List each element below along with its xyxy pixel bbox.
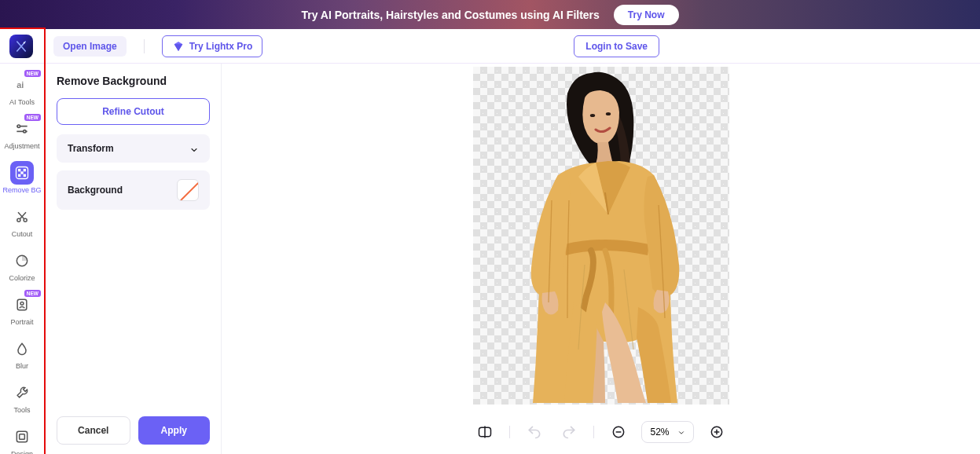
subject-figure xyxy=(473,67,729,405)
logo-x-icon xyxy=(14,39,28,53)
sidebar-item-design[interactable]: Design xyxy=(0,420,44,454)
background-label: Background xyxy=(68,185,123,196)
svg-rect-12 xyxy=(18,174,20,177)
promo-text: Try AI Portraits, Hairstyles and Costume… xyxy=(301,9,599,21)
svg-point-14 xyxy=(17,218,20,222)
chevron-down-icon xyxy=(677,428,685,436)
sidebar-item-label: Colorize xyxy=(9,274,35,282)
undo-button[interactable] xyxy=(523,420,546,444)
divider xyxy=(593,426,594,438)
svg-rect-19 xyxy=(17,431,27,441)
sidebar-item-colorize[interactable]: Colorize xyxy=(0,244,44,288)
svg-rect-11 xyxy=(20,171,23,174)
new-badge: NEW xyxy=(24,114,41,121)
scissors-icon xyxy=(10,205,34,229)
try-pro-button[interactable]: Try Lightx Pro xyxy=(162,35,263,57)
pro-gem-icon xyxy=(172,40,185,53)
zoom-out-icon xyxy=(611,424,626,440)
divider xyxy=(144,39,145,53)
sidebar-item-portrait[interactable]: NEW Portrait xyxy=(0,288,44,332)
redo-icon xyxy=(561,424,577,440)
zoom-in-button[interactable] xyxy=(705,420,729,444)
canvas-bottom-bar: 52% xyxy=(222,410,980,454)
svg-rect-9 xyxy=(18,169,20,171)
redo-button[interactable] xyxy=(557,420,581,444)
design-icon xyxy=(10,425,34,449)
svg-rect-10 xyxy=(24,169,26,171)
cancel-button[interactable]: Cancel xyxy=(57,416,130,445)
refine-cutout-button[interactable]: Refine Cutout xyxy=(57,98,210,125)
panel-title: Remove Background xyxy=(57,75,210,87)
chevron-down-icon xyxy=(189,144,199,153)
top-bar: Open Image Try Lightx Pro Login to Save xyxy=(0,29,980,64)
background-none-swatch[interactable] xyxy=(177,179,199,201)
svg-point-22 xyxy=(605,112,610,115)
wrench-icon xyxy=(10,381,34,405)
canvas-stage xyxy=(222,64,980,410)
svg-point-21 xyxy=(589,114,594,117)
split-compare-icon xyxy=(477,424,493,440)
colorize-icon xyxy=(10,249,34,273)
sidebar-item-label: AI Tools xyxy=(9,98,35,106)
transform-label: Transform xyxy=(68,143,114,154)
sidebar-item-label: Remove BG xyxy=(2,186,41,194)
app-logo[interactable] xyxy=(9,35,33,58)
svg-rect-20 xyxy=(20,434,25,440)
svg-point-0 xyxy=(24,42,25,43)
zoom-select[interactable]: 52% xyxy=(641,421,693,443)
sidebar-item-tools[interactable]: Tools xyxy=(0,376,44,420)
zoom-in-icon xyxy=(709,424,725,440)
transform-row[interactable]: Transform xyxy=(57,134,210,163)
sidebar-item-label: Blur xyxy=(16,362,28,370)
background-row[interactable]: Background xyxy=(57,170,210,210)
sidebar-item-adjustment[interactable]: NEW Adjustment xyxy=(0,112,44,156)
sidebar-item-label: Cutout xyxy=(12,230,33,238)
canvas-area: 52% xyxy=(222,64,980,454)
apply-button[interactable]: Apply xyxy=(138,416,211,445)
zoom-out-button[interactable] xyxy=(607,420,630,444)
options-panel: Remove Background Refine Cutout Transfor… xyxy=(46,64,222,454)
sidebar-item-ai-tools[interactable]: NEW ai AI Tools xyxy=(0,68,44,112)
sidebar-item-label: Design xyxy=(11,450,33,454)
canvas[interactable] xyxy=(473,67,729,405)
sidebar-item-cutout[interactable]: Cutout xyxy=(0,200,44,244)
blur-icon xyxy=(10,337,34,361)
svg-point-5 xyxy=(24,130,26,133)
svg-point-15 xyxy=(24,218,27,222)
compare-button[interactable] xyxy=(473,420,497,444)
sidebar-item-label: Tools xyxy=(13,406,30,414)
new-badge: NEW xyxy=(24,70,41,77)
login-save-button[interactable]: Login to Save xyxy=(574,35,659,57)
sidebar-item-label: Portrait xyxy=(10,318,33,326)
svg-point-2 xyxy=(17,125,20,127)
promo-cta-button[interactable]: Try Now xyxy=(614,5,679,25)
undo-icon xyxy=(527,424,542,440)
panel-footer: Cancel Apply xyxy=(57,407,210,454)
promo-banner: Try AI Portraits, Hairstyles and Costume… xyxy=(0,0,980,29)
try-pro-label: Try Lightx Pro xyxy=(189,41,253,52)
left-sidebar: NEW ai AI Tools NEW Adjustment xyxy=(0,64,46,454)
remove-bg-icon xyxy=(10,161,34,185)
svg-rect-13 xyxy=(24,174,26,177)
new-badge: NEW xyxy=(24,290,41,297)
svg-point-18 xyxy=(20,302,24,305)
main-area: NEW ai AI Tools NEW Adjustment xyxy=(0,64,980,454)
divider xyxy=(509,426,510,438)
open-image-button[interactable]: Open Image xyxy=(53,36,127,57)
sidebar-item-blur[interactable]: Blur xyxy=(0,332,44,376)
svg-text:ai: ai xyxy=(17,80,24,90)
sidebar-item-remove-bg[interactable]: Remove BG xyxy=(0,156,44,200)
zoom-value: 52% xyxy=(650,427,669,438)
sidebar-item-label: Adjustment xyxy=(4,142,39,150)
